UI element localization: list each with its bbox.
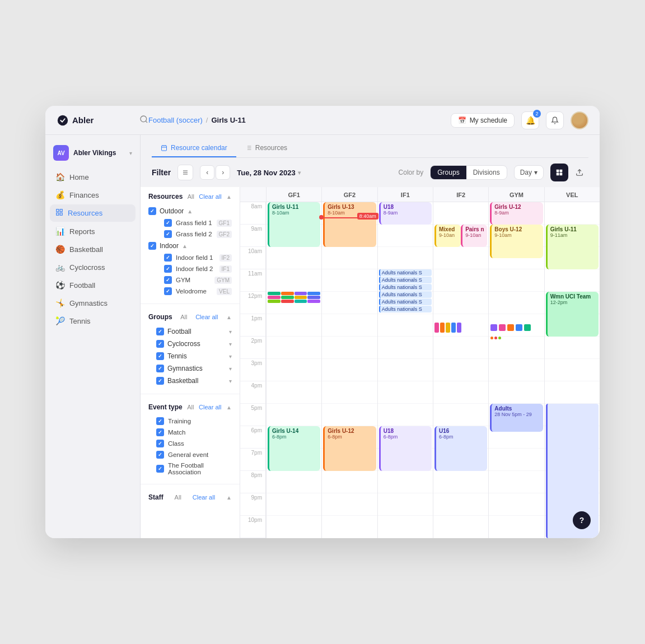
groups-collapse-button[interactable]: ▲ [226, 314, 232, 320]
gf1-girls-u11-event[interactable]: Girls U-11 8-10am [268, 202, 320, 247]
basketball-caret-icon[interactable]: ▾ [229, 378, 232, 384]
indoor-checkbox[interactable] [148, 242, 156, 250]
tennis-caret-icon[interactable]: ▾ [229, 353, 232, 360]
gf1-girls-u14-event[interactable]: Girls U-14 6-8pm [268, 426, 320, 471]
gf2-girls-u12-event[interactable]: Girls U-12 6-8pm [323, 426, 376, 471]
indoor-collapse-icon[interactable]: ▲ [182, 243, 188, 249]
match-checkbox[interactable] [156, 428, 164, 436]
indoor-field-1-item[interactable]: Indoor field 1 IF2 [148, 252, 232, 263]
staff-collapse-button[interactable]: ▲ [226, 494, 232, 501]
prev-date-button[interactable]: ‹ [200, 165, 214, 180]
gym-item[interactable]: GYM GYM [148, 274, 232, 286]
gym-boys-u12-event[interactable]: Boys U-12 9-10am [490, 225, 543, 258]
current-date[interactable]: Tue, 28 Nov 2023 ▾ [237, 169, 301, 177]
training-checkbox[interactable] [156, 417, 164, 425]
adults-nationals-5[interactable]: Adults nationals S [379, 298, 432, 305]
filter-panel: Resources All Clear all ▲ Outdoor ▲ [141, 187, 240, 538]
adults-nationals-4[interactable]: Adults nationals S [379, 291, 432, 298]
notifications-button[interactable]: 🔔 2 [521, 111, 539, 129]
gf2-girls-u13-event[interactable]: Girls U-13 8-10am [323, 202, 376, 247]
outdoor-collapse-icon[interactable]: ▲ [187, 208, 193, 214]
sidebar-item-tennis[interactable]: 🎾 Tennis [50, 312, 135, 329]
adults-nationals-3[interactable]: Adults nationals S [379, 284, 432, 291]
staff-clear-button[interactable]: Clear all [193, 494, 215, 501]
grass-field-1-item[interactable]: Grass field 1 GF1 [148, 217, 232, 228]
resources-clear-button[interactable]: Clear all [199, 193, 221, 200]
adults-nationals-2[interactable]: Adults nationals S [379, 277, 432, 283]
football-group-item[interactable]: Football ▾ [148, 325, 232, 338]
tennis-group-checkbox[interactable] [156, 352, 164, 360]
groups-toggle-button[interactable]: Groups [431, 166, 466, 179]
tennis-group-item[interactable]: Tennis ▾ [148, 350, 232, 362]
adults-nationals-1[interactable]: Adults nationals S [379, 269, 432, 276]
divisions-toggle-button[interactable]: Divisions [466, 166, 507, 179]
gym-adults-event[interactable]: Adults 28 Nov 5pm - 29 [490, 404, 543, 432]
export-button[interactable] [571, 164, 588, 181]
vel-wmn-uci-event[interactable]: Wmn UCI Team 12-2pm [546, 292, 599, 337]
indoor-field-2-checkbox[interactable] [164, 265, 172, 273]
user-avatar[interactable] [571, 111, 588, 129]
general-event-checkbox[interactable] [156, 451, 164, 459]
sidebar-item-finances[interactable]: 💰 Finances [50, 186, 135, 203]
grass-field-2-item[interactable]: Grass field 2 GF2 [148, 228, 232, 240]
tab-resource-calendar[interactable]: Resource calendar [152, 139, 236, 157]
alerts-button[interactable] [546, 111, 564, 129]
sidebar-item-football[interactable]: ⚽ Football [50, 277, 135, 293]
next-date-button[interactable]: › [216, 165, 230, 180]
sidebar-item-gymnastics[interactable]: 🤸 Gymnastics [50, 295, 135, 311]
if2-pairs-event[interactable]: Pairs n 9-10an [461, 225, 487, 247]
tab-resources[interactable]: Resources [236, 139, 296, 157]
groups-clear-button[interactable]: Clear all [195, 314, 218, 320]
if1-u18-evening-event[interactable]: U18 6-8pm [379, 426, 432, 471]
if1-u18-event[interactable]: U18 8-9am [379, 202, 432, 225]
resources-collapse-button[interactable]: ▲ [226, 194, 232, 200]
training-item[interactable]: Training [148, 416, 232, 427]
basketball-group-checkbox[interactable] [156, 377, 164, 385]
cyclocross-group-checkbox[interactable] [156, 340, 164, 348]
grid-view-button[interactable] [550, 164, 568, 181]
gym-girls-u12-event[interactable]: Girls U-12 8-9am [490, 202, 543, 225]
event-type-clear-button[interactable]: Clear all [199, 404, 221, 410]
sidebar-team[interactable]: AV Abler Vikings ▾ [45, 142, 140, 164]
sidebar-item-cyclocross[interactable]: 🚲 Cyclocross [50, 259, 135, 276]
sidebar-item-basketball[interactable]: 🏀 Basketball [50, 241, 135, 258]
my-schedule-button[interactable]: 📅 My schedule [451, 113, 515, 128]
gymnastics-group-item[interactable]: Gymnastics ▾ [148, 362, 232, 375]
cyclocross-caret-icon[interactable]: ▾ [229, 341, 232, 347]
if2-mixed-event[interactable]: Mixed 9-10an [434, 225, 461, 247]
sidebar-item-home[interactable]: 🏠 Home [50, 169, 135, 185]
general-event-item[interactable]: General event [148, 449, 232, 460]
sidebar-item-resources[interactable]: Resources [50, 204, 135, 222]
football-assoc-checkbox[interactable] [156, 465, 164, 473]
event-type-collapse-button[interactable]: ▲ [226, 404, 232, 410]
event-time: 8-9am [384, 210, 429, 216]
vel-adults-block[interactable] [546, 404, 599, 538]
sidebar-item-reports[interactable]: 📊 Reports [50, 223, 135, 240]
grass-field-2-checkbox[interactable] [164, 230, 172, 238]
adults-nationals-6[interactable]: Adults nationals S [379, 306, 432, 312]
gymnastics-caret-icon[interactable]: ▾ [229, 366, 232, 372]
match-item[interactable]: Match [148, 427, 232, 438]
velodrome-checkbox[interactable] [164, 287, 172, 295]
day-selector[interactable]: Day ▾ [514, 165, 544, 180]
outdoor-checkbox[interactable] [148, 207, 156, 215]
grass-field-1-checkbox[interactable] [164, 219, 172, 227]
search-button[interactable] [139, 115, 148, 126]
velodrome-item[interactable]: Velodrome VEL [148, 286, 232, 297]
vel-girls-u11-event[interactable]: Girls U-11 9-11am [546, 225, 599, 269]
class-checkbox[interactable] [156, 440, 164, 447]
indoor-field-1-checkbox[interactable] [164, 254, 172, 262]
football-caret-icon[interactable]: ▾ [229, 329, 232, 335]
football-group-checkbox[interactable] [156, 328, 164, 335]
tennis-icon: 🎾 [55, 316, 65, 325]
football-assoc-item[interactable]: The Football Association [148, 460, 232, 477]
gymnastics-group-checkbox[interactable] [156, 365, 164, 372]
basketball-group-item[interactable]: Basketball ▾ [148, 375, 232, 387]
filter-options-button[interactable] [177, 165, 193, 180]
help-button[interactable]: ? [573, 511, 591, 529]
cyclocross-group-item[interactable]: Cyclocross ▾ [148, 338, 232, 350]
gym-checkbox[interactable] [164, 276, 172, 284]
indoor-field-2-item[interactable]: Indoor field 2 IF1 [148, 263, 232, 274]
if2-u16-event[interactable]: U16 6-8pm [434, 426, 487, 471]
class-item[interactable]: Class [148, 438, 232, 449]
